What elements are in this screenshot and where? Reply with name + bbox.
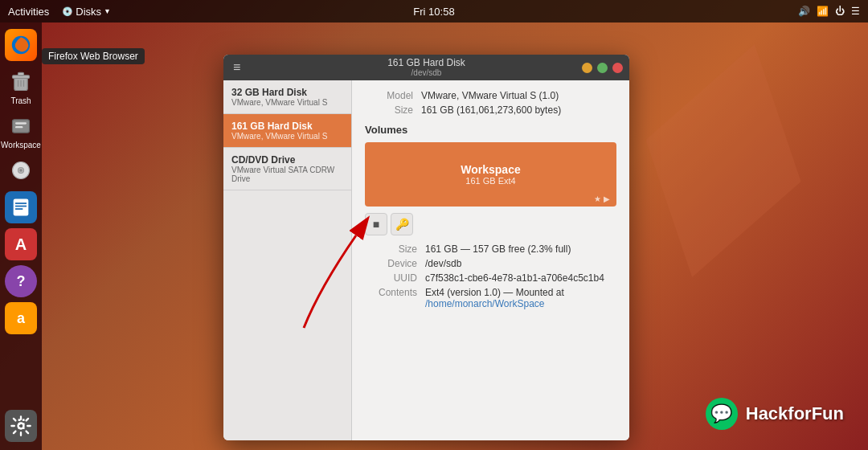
window-subtitle: /dev/sdb	[387, 68, 465, 78]
volume-name: Workspace	[461, 163, 520, 176]
disk-cdvd-sub: VMware Virtual SATA CDRW Drive	[231, 166, 343, 183]
window-menu-icons: ≡	[230, 59, 244, 76]
svg-rect-16	[15, 208, 23, 210]
disk-32gb-name: 32 GB Hard Disk	[231, 87, 343, 98]
taskbar-writer[interactable]	[5, 191, 37, 223]
contents-link[interactable]: /home/monarch/WorkSpace	[425, 298, 545, 309]
window-titlebar: ≡ 161 GB Hard Disk /dev/sdb	[223, 55, 629, 80]
svg-rect-3	[18, 72, 24, 76]
vol-contents-row: Contents Ext4 (version 1.0) — Mounted at…	[365, 287, 616, 309]
size-row: Size 161 GB (161,061,273,600 bytes)	[365, 104, 616, 116]
minimize-button[interactable]	[582, 63, 592, 73]
model-label: Model	[365, 90, 413, 101]
top-bar-clock: Fri 10:58	[413, 6, 454, 18]
vol-size-value: 161 GB — 157 GB free (2.3% full)	[425, 243, 571, 255]
volume-size: 161 GB Ext4	[465, 176, 515, 186]
volume-star-icon: ★ ▶	[594, 194, 610, 203]
vol-uuid-value: c7f538c1-cbe6-4e78-a1b1-a706e4c5c1b4	[425, 272, 604, 284]
disk-item-161gb[interactable]: 161 GB Hard Disk VMware, VMware Virtual …	[223, 114, 351, 148]
vol-uuid-label: UUID	[365, 272, 417, 284]
top-bar: Activities 💿 Disks ▼ Fri 10:58 🔊 📶 ⏻ ☰	[0, 0, 868, 22]
contents-prefix: Ext4 (version 1.0) — Mounted at	[425, 287, 564, 298]
network-icon[interactable]: 📶	[817, 6, 829, 17]
volume-icon[interactable]: 🔊	[798, 6, 810, 17]
svg-rect-9	[15, 126, 23, 128]
top-bar-left: Activities 💿 Disks ▼	[8, 6, 111, 18]
svg-rect-15	[15, 206, 27, 207]
bg-decoration	[615, 23, 833, 298]
taskbar-trash-group: Trash	[5, 66, 37, 105]
taskbar-amazon[interactable]: a	[5, 302, 37, 334]
app-grid-button[interactable]: ⠿	[16, 416, 27, 434]
stop-volume-button[interactable]: ■	[365, 213, 387, 235]
model-row: Model VMware, VMware Virtual S (1.0)	[365, 90, 616, 101]
vol-contents-value: Ext4 (version 1.0) — Mounted at /home/mo…	[425, 287, 616, 309]
wechat-icon: 💬	[706, 398, 738, 430]
volumes-title: Volumes	[365, 124, 616, 136]
vol-size-label: Size	[365, 243, 417, 255]
vol-device-value: /dev/sdb	[425, 258, 461, 269]
window-title: 161 GB Hard Disk	[387, 57, 465, 68]
disk-list: 32 GB Hard Disk VMware, VMware Virtual S…	[223, 80, 352, 440]
vol-contents-label: Contents	[365, 287, 417, 309]
disk-161gb-sub: VMware, VMware Virtual S	[231, 132, 343, 141]
watermark: 💬 HackforFun	[706, 398, 844, 430]
disks-menu[interactable]: 💿 Disks ▼	[62, 6, 111, 18]
maximize-button[interactable]	[597, 63, 608, 73]
svg-point-12	[19, 169, 23, 172]
taskbar-help[interactable]: ?	[5, 265, 37, 297]
disks-window: ≡ 161 GB Hard Disk /dev/sdb 32 GB Hard D…	[223, 55, 629, 440]
window-body: 32 GB Hard Disk VMware, VMware Virtual S…	[223, 80, 629, 440]
system-menu-icon[interactable]: ☰	[851, 6, 860, 17]
taskbar-firefox[interactable]	[5, 29, 37, 61]
size-label: Size	[365, 104, 413, 116]
taskbar-dvd[interactable]	[5, 154, 37, 186]
watermark-text: HackforFun	[746, 403, 844, 424]
model-value: VMware, VMware Virtual S (1.0)	[421, 90, 559, 101]
vol-uuid-row: UUID c7f538c1-cbe6-4e78-a1b1-a706e4c5c1b…	[365, 272, 616, 284]
taskbar-workspace[interactable]	[5, 110, 37, 142]
taskbar-workspace-group: Workspace	[1, 110, 41, 149]
svg-rect-13	[14, 199, 29, 216]
volume-bar[interactable]: Workspace 161 GB Ext4 ★ ▶	[365, 142, 616, 207]
size-value: 161 GB (161,061,273,600 bytes)	[421, 104, 561, 116]
window-controls	[582, 63, 623, 73]
power-icon[interactable]: ⏻	[835, 6, 845, 17]
activities-label[interactable]: Activities	[8, 6, 49, 18]
disk-cdvd-name: CD/DVD Drive	[231, 154, 343, 166]
svg-rect-8	[15, 122, 27, 124]
disk-32gb-sub: VMware, VMware Virtual S	[231, 98, 343, 107]
vol-size-row: Size 161 GB — 157 GB free (2.3% full)	[365, 243, 616, 255]
close-button[interactable]	[612, 63, 623, 73]
window-title-center: 161 GB Hard Disk /dev/sdb	[387, 57, 465, 78]
disk-detail: Model VMware, VMware Virtual S (1.0) Siz…	[352, 80, 629, 440]
disk-161gb-name: 161 GB Hard Disk	[231, 121, 343, 132]
firefox-tooltip: Firefox Web Browser	[42, 48, 145, 64]
disk-item-32gb[interactable]: 32 GB Hard Disk VMware, VMware Virtual S	[223, 80, 351, 114]
taskbar-trash[interactable]	[5, 66, 37, 98]
taskbar-font[interactable]: A	[5, 228, 37, 260]
vol-device-label: Device	[365, 258, 417, 269]
svg-rect-14	[15, 202, 27, 204]
volume-actions: ■ 🔑	[365, 213, 616, 235]
top-bar-right: 🔊 📶 ⏻ ☰	[798, 6, 860, 17]
hamburger-menu-icon[interactable]: ≡	[230, 59, 244, 76]
taskbar: Firefox Web Browser Trash	[0, 22, 42, 450]
properties-volume-button[interactable]: 🔑	[391, 213, 413, 235]
disk-item-cdvd[interactable]: CD/DVD Drive VMware Virtual SATA CDRW Dr…	[223, 148, 351, 190]
vol-device-row: Device /dev/sdb	[365, 258, 616, 269]
taskbar-bottom: ⠿	[5, 410, 37, 442]
